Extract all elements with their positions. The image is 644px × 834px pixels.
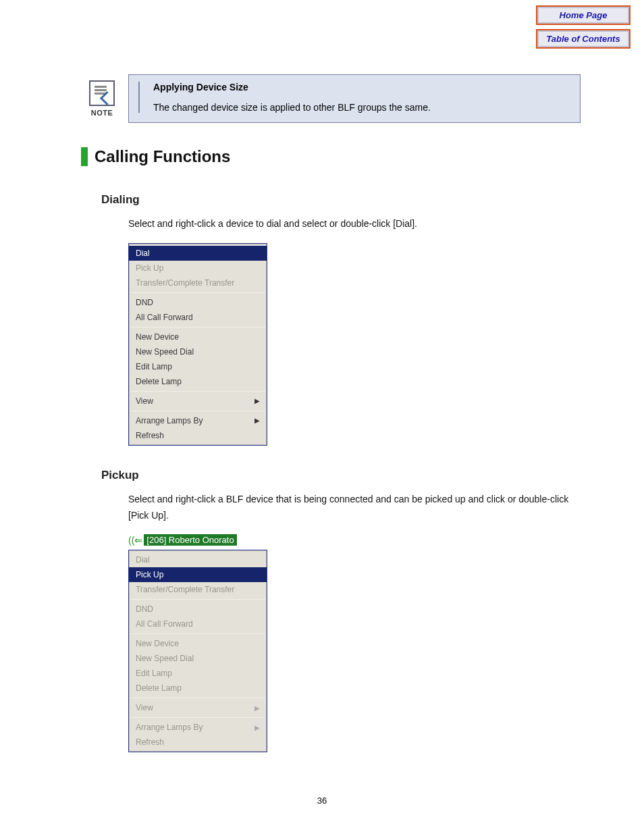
section-heading-calling-functions: Calling Functions xyxy=(81,147,581,166)
menu-label: New Device xyxy=(136,639,179,648)
menu-item-refresh: Refresh xyxy=(129,735,267,750)
menu-item-new-speed-dial[interactable]: New Speed Dial xyxy=(129,344,267,359)
blf-device-label[interactable]: [206] Roberto Onorato xyxy=(144,534,236,546)
submenu-arrow-icon: ▶ xyxy=(254,417,260,424)
note-body: Applying Device Size The changed device … xyxy=(138,82,570,113)
menu-label: Delete Lamp xyxy=(136,377,182,386)
note-title: Applying Device Size xyxy=(153,82,570,93)
sub-heading-dialing: Dialing xyxy=(101,193,581,207)
menu-item-dial: Dial xyxy=(129,552,267,567)
nav-buttons: Home Page Table of Contents xyxy=(536,5,630,53)
menu-label: Edit Lamp xyxy=(136,362,172,371)
menu-item-arrange: Arrange Lamps By▶ xyxy=(129,720,267,735)
menu-item-dnd: DND xyxy=(129,602,267,617)
menu-label: Transfer/Complete Transfer xyxy=(136,585,234,594)
menu-item-new-device: New Device xyxy=(129,636,267,651)
menu-label: DND xyxy=(136,298,153,307)
menu-label: Pick Up xyxy=(136,570,163,579)
menu-item-edit-lamp[interactable]: Edit Lamp xyxy=(129,359,267,374)
menu-label: DND xyxy=(136,604,153,614)
note-text: The changed device size is applied to ot… xyxy=(153,102,570,113)
blf-device-line: ((⇐ [206] Roberto Onorato xyxy=(128,534,581,546)
menu-item-pickup[interactable]: Pick Up xyxy=(129,567,267,582)
menu-label: Dial xyxy=(136,555,150,565)
note-icon xyxy=(89,80,115,106)
menu-item-allcf[interactable]: All Call Forward xyxy=(129,310,267,325)
menu-item-dnd[interactable]: DND xyxy=(129,295,267,310)
submenu-arrow-icon: ▶ xyxy=(254,724,260,731)
menu-item-dial[interactable]: Dial xyxy=(129,246,267,261)
menu-label: Pick Up xyxy=(136,263,163,273)
menu-label: Delete Lamp xyxy=(136,683,182,693)
menu-item-delete-lamp[interactable]: Delete Lamp xyxy=(129,374,267,389)
menu-item-edit-lamp: Edit Lamp xyxy=(129,666,267,681)
menu-label: Dial xyxy=(136,249,150,258)
menu-item-new-speed-dial: New Speed Dial xyxy=(129,651,267,666)
menu-label: Edit Lamp xyxy=(136,669,172,678)
page-number: 36 xyxy=(0,796,644,806)
context-menu-pickup: Dial Pick Up Transfer/Complete Transfer … xyxy=(128,550,267,752)
menu-label: New Speed Dial xyxy=(136,654,194,663)
note-box: NOTE Applying Device Size The changed de… xyxy=(128,74,581,123)
pickup-body: Select and right-click a BLF device that… xyxy=(128,492,581,524)
menu-item-view: View▶ xyxy=(129,700,267,715)
menu-label: New Speed Dial xyxy=(136,347,194,357)
page-content: NOTE Applying Device Size The changed de… xyxy=(81,74,581,752)
menu-label: Arrange Lamps By xyxy=(136,416,203,425)
home-page-button[interactable]: Home Page xyxy=(536,5,630,25)
menu-label: View xyxy=(136,703,153,712)
dialing-body: Select and right-click a device to dial … xyxy=(128,216,581,232)
note-label: NOTE xyxy=(82,109,122,117)
menu-item-transfer: Transfer/Complete Transfer xyxy=(129,276,267,290)
menu-item-allcf: All Call Forward xyxy=(129,617,267,631)
menu-item-transfer: Transfer/Complete Transfer xyxy=(129,582,267,597)
submenu-arrow-icon: ▶ xyxy=(254,397,260,405)
menu-item-arrange[interactable]: Arrange Lamps By▶ xyxy=(129,413,267,428)
menu-item-pickup: Pick Up xyxy=(129,261,267,276)
menu-item-refresh[interactable]: Refresh xyxy=(129,428,267,443)
menu-label: All Call Forward xyxy=(136,313,193,322)
context-menu-dialing: Dial Pick Up Transfer/Complete Transfer … xyxy=(128,243,267,446)
menu-label: Refresh xyxy=(136,431,164,440)
menu-label: Transfer/Complete Transfer xyxy=(136,278,234,288)
menu-label: All Call Forward xyxy=(136,619,193,629)
menu-label: Arrange Lamps By xyxy=(136,723,203,732)
menu-item-view[interactable]: View▶ xyxy=(129,394,267,409)
phone-incoming-icon: ((⇐ xyxy=(128,535,142,546)
menu-item-new-device[interactable]: New Device xyxy=(129,330,267,344)
menu-label: View xyxy=(136,396,153,406)
submenu-arrow-icon: ▶ xyxy=(254,704,260,712)
sub-heading-pickup: Pickup xyxy=(101,469,581,482)
menu-label: New Device xyxy=(136,332,179,342)
note-icon-wrap: NOTE xyxy=(82,80,122,117)
menu-label: Refresh xyxy=(136,737,164,747)
menu-item-delete-lamp: Delete Lamp xyxy=(129,681,267,696)
toc-button[interactable]: Table of Contents xyxy=(536,29,630,49)
